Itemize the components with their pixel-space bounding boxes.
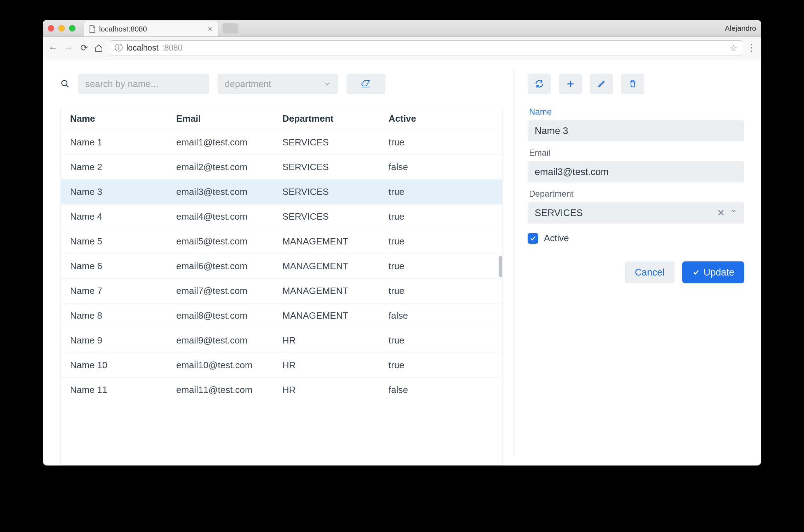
menu-icon[interactable]: ⋮ [747,42,756,53]
check-icon [692,268,700,276]
cell-email: email2@test.com [176,162,282,173]
department-placeholder: department [225,79,271,89]
reload-icon[interactable]: ⟳ [79,42,90,53]
search-input[interactable]: search by name... [78,74,209,94]
minimize-window-icon[interactable] [58,25,65,31]
page-content: search by name... department Name [43,59,761,466]
cell-department: SERVICES [282,137,389,148]
bookmark-icon[interactable]: ☆ [730,43,737,53]
file-icon [89,25,96,33]
cell-active: true [389,186,493,197]
maximize-window-icon[interactable] [69,25,75,31]
name-field[interactable]: Name 3 [528,120,744,141]
edit-button[interactable] [590,74,613,94]
pencil-icon [597,79,606,88]
cell-email: email8@test.com [176,310,282,321]
close-tab-icon[interactable]: × [208,24,212,34]
cell-active: false [389,162,493,173]
col-name[interactable]: Name [70,113,176,124]
back-icon[interactable]: ← [48,42,58,53]
tab-title: localhost:8080 [99,25,147,33]
window-controls [48,25,75,31]
cell-email: email10@test.com [176,360,282,371]
cell-active: true [389,236,493,247]
table-header: Name Email Department Active [61,107,502,130]
department-field[interactable]: SERVICES ✕ [528,202,744,224]
profile-name[interactable]: Alejandro [725,24,756,33]
cell-active: true [389,137,493,148]
filter-bar: search by name... department [61,74,502,94]
chevron-down-icon[interactable] [730,207,737,219]
trash-icon [628,79,637,88]
chevron-down-icon [324,80,331,87]
label-name: Name [529,107,744,117]
department-value: SERVICES [535,208,583,219]
home-icon[interactable] [94,44,105,52]
titlebar: localhost:8080 × Alejandro [43,20,761,37]
email-field[interactable]: email3@test.com [528,161,744,183]
cell-email: email6@test.com [176,261,282,272]
cell-email: email3@test.com [176,186,282,197]
user-table: Name Email Department Active Name 1email… [61,107,502,466]
detail-panel: Name Name 3 Email email3@test.com Depart… [513,59,761,466]
cell-department: MANAGEMENT [282,261,389,272]
update-button[interactable]: Update [682,261,744,283]
refresh-icon [534,79,544,89]
cell-active: true [389,360,493,371]
eraser-icon [361,80,371,88]
col-department[interactable]: Department [282,113,389,124]
add-button[interactable] [559,74,582,94]
cell-department: HR [282,335,389,346]
cell-name: Name 11 [70,384,176,395]
table-row[interactable]: Name 7email7@test.comMANAGEMENTtrue [61,278,502,303]
active-checkbox-row[interactable]: Active [528,233,744,244]
cell-email: email4@test.com [176,211,282,222]
table-row[interactable]: Name 10email10@test.comHRtrue [61,353,502,377]
col-email[interactable]: Email [176,113,282,124]
cancel-button[interactable]: Cancel [625,261,674,283]
table-row[interactable]: Name 1email1@test.comSERVICEStrue [61,130,502,155]
update-label: Update [704,267,734,278]
cell-name: Name 2 [70,162,176,173]
name-value: Name 3 [535,126,568,137]
cell-department: SERVICES [282,162,389,173]
clear-filters-button[interactable] [346,74,385,94]
action-bar [528,74,744,94]
cell-department: MANAGEMENT [282,285,389,296]
table-row[interactable]: Name 2email2@test.comSERVICESfalse [61,155,502,179]
plus-icon [566,79,575,88]
url-field[interactable]: ⓘ localhost:8080 ☆ [110,40,742,56]
close-window-icon[interactable] [48,25,54,31]
scrollbar-thumb[interactable] [499,256,502,277]
cell-email: email9@test.com [176,335,282,346]
new-tab-button[interactable] [223,23,238,33]
table-row[interactable]: Name 8email8@test.comMANAGEMENTfalse [61,303,502,328]
label-department: Department [529,189,744,199]
department-filter[interactable]: department [218,74,338,94]
table-row[interactable]: Name 11email11@test.comHRfalse [61,377,502,402]
table-row[interactable]: Name 6email6@test.comMANAGEMENTtrue [61,254,502,278]
cell-department: SERVICES [282,211,389,222]
cell-department: HR [282,384,389,395]
cell-name: Name 1 [70,137,176,148]
svg-point-0 [62,80,67,86]
table-body: Name 1email1@test.comSERVICEStrueName 2e… [61,130,502,465]
svg-line-1 [66,85,69,87]
table-row[interactable]: Name 9email9@test.comHRtrue [61,328,502,353]
table-row[interactable]: Name 3email3@test.comSERVICEStrue [61,179,502,204]
refresh-button[interactable] [528,74,551,94]
label-active: Active [544,233,569,244]
clear-select-icon[interactable]: ✕ [717,207,725,219]
cell-active: true [389,261,493,272]
delete-button[interactable] [621,74,644,94]
cell-department: MANAGEMENT [282,310,389,321]
checkbox-icon[interactable] [528,233,538,244]
table-row[interactable]: Name 4email4@test.comSERVICEStrue [61,204,502,229]
browser-tab[interactable]: localhost:8080 × [84,21,218,36]
col-active[interactable]: Active [389,113,493,124]
cell-email: email11@test.com [176,384,282,395]
cell-name: Name 7 [70,285,176,296]
forward-icon: → [63,42,74,53]
cell-department: SERVICES [282,186,389,197]
table-row[interactable]: Name 5email5@test.comMANAGEMENTtrue [61,229,502,254]
